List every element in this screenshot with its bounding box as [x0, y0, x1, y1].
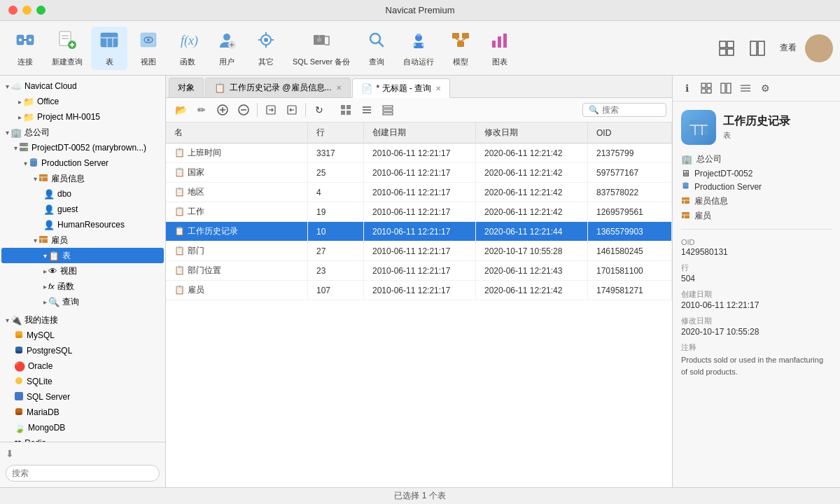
toolbar-sqlserver-backup[interactable]: SQL Server 备份 — [287, 27, 356, 70]
sidebar-item-mysql[interactable]: MySQL — [1, 328, 164, 343]
toolbar-user[interactable]: 用户 — [209, 27, 245, 70]
oracle-icon: 🔴 — [14, 361, 25, 372]
remove-button[interactable] — [234, 101, 253, 119]
sidebar-item-humanresources[interactable]: 👤 HumanResources — [1, 217, 164, 232]
rp-breadcrumb: 🏢 总公司 🖥 ProjectDT-0052 Production Server — [681, 153, 832, 230]
sidebar-item-production-server[interactable]: ▾ Production Server — [1, 155, 164, 171]
sidebar-item-my-connections[interactable]: ▾ 🔌 我的连接 — [1, 312, 164, 328]
toolbar-connect[interactable]: 连接 — [7, 27, 43, 70]
sidebar-item-navicat-cloud[interactable]: ▾ ☁️ Navicat Cloud — [1, 78, 164, 94]
employee-info-label: 雇员信息 — [51, 173, 85, 185]
export-button[interactable] — [283, 101, 301, 119]
sidebar-item-postgresql[interactable]: PostgreSQL — [1, 343, 164, 358]
cell-oid: 1269579561 — [588, 202, 672, 222]
sidebar-item-projectdt0052[interactable]: ▾ ProjectDT-0052 (marybrown...) — [1, 140, 164, 155]
toolbar-view[interactable]: 视图 — [130, 27, 167, 70]
col-rows[interactable]: 行 — [308, 122, 364, 144]
open-folder-button[interactable]: 📂 — [172, 101, 190, 119]
toolbar-autorun[interactable]: 自动运行 — [398, 27, 440, 70]
tab-close-work-history[interactable]: ✕ — [336, 84, 342, 92]
toolbar-function[interactable]: f(x) 函数 — [169, 27, 206, 70]
rp-note-label: 注释 — [681, 342, 832, 353]
query-label: 查询 — [369, 57, 384, 67]
minimize-button[interactable] — [22, 6, 31, 15]
rp-settings-button[interactable]: ⚙ — [757, 80, 774, 97]
table-row[interactable]: 📋上班时间 3317 2010-06-11 12:21:17 2020-06-1… — [166, 144, 672, 163]
add-button[interactable] — [214, 101, 232, 119]
toolbar-query[interactable]: 查询 — [358, 27, 395, 70]
sidebar-item-employee-info[interactable]: ▾ 雇员信息 — [1, 171, 164, 186]
table-row[interactable]: 📋部门 27 2010-06-11 12:21:17 2020-10-17 10… — [166, 241, 672, 261]
humanresources-label: HumanResources — [57, 220, 125, 230]
sidebar-item-mongodb[interactable]: 🍃 MongoDB — [1, 420, 164, 435]
col-modified[interactable]: 修改日期 — [476, 122, 588, 144]
folder-icon: 📁 — [23, 97, 34, 107]
user-avatar — [805, 34, 833, 62]
table-search-input[interactable] — [602, 105, 660, 115]
sidebar-search-input[interactable] — [6, 465, 160, 482]
list-view-button[interactable] — [358, 101, 376, 119]
svg-rect-39 — [462, 33, 469, 38]
sidebar-item-zong-gongsi[interactable]: ▾ 🏢 总公司 — [1, 125, 164, 140]
detail-view-button[interactable] — [379, 101, 397, 119]
rp-grid3-button[interactable] — [737, 80, 754, 97]
sidebar-item-tables[interactable]: ▾ 📋 表 — [1, 248, 164, 263]
row-table-icon: 📋 — [174, 246, 185, 255]
close-button[interactable] — [8, 6, 18, 15]
sidebar-item-employees[interactable]: ▾ 雇员 — [1, 232, 164, 248]
cell-name: 📋部门 — [166, 241, 308, 261]
sidebar-item-sqlite[interactable]: SQLite — [1, 374, 164, 389]
sidebar-item-redis[interactable]: ❤ Redis — [1, 435, 164, 442]
toolbar-model[interactable]: 模型 — [442, 27, 479, 70]
toolbar-other[interactable]: 其它 — [248, 27, 284, 70]
sidebar-item-oracle[interactable]: 🔴 Oracle — [1, 358, 164, 374]
toolbar-table[interactable]: 表 — [91, 27, 127, 70]
sidebar-item-mariadb[interactable]: MariaDB — [1, 405, 164, 420]
edit-button[interactable]: ✏ — [192, 101, 211, 119]
tab-objects[interactable]: 对象 — [169, 78, 204, 97]
tab-untitled-query[interactable]: 📄 * 无标题 - 查询 ✕ — [352, 78, 451, 98]
tab-bar: 对象 📋 工作历史记录 @雇员信息... ✕ 📄 * 无标题 - 查询 ✕ — [166, 76, 672, 98]
chevron-right-icon: ▸ — [18, 98, 22, 106]
sidebar-item-guest[interactable]: 👤 guest — [1, 202, 164, 217]
zong-gongsi-label: 总公司 — [24, 127, 50, 139]
sidebar-item-functions[interactable]: ▸ fx 函数 — [1, 279, 164, 294]
toolbar-view3[interactable]: 查看 — [774, 39, 802, 57]
toolbar-chart[interactable]: 图表 — [482, 27, 518, 70]
tab-work-history[interactable]: 📋 工作历史记录 @雇员信息... ✕ — [205, 78, 351, 97]
sidebar-item-queries[interactable]: ▸ 🔍 查询 — [1, 294, 164, 309]
col-name[interactable]: 名 — [166, 122, 308, 144]
maximize-button[interactable] — [36, 6, 46, 15]
toolbar-view1[interactable] — [713, 37, 741, 59]
sidebar-item-project-mh0015[interactable]: ▸ 📁 Project MH-0015 — [1, 109, 164, 125]
table-row[interactable]: 📋雇员 107 2010-06-11 12:21:17 2020-06-11 1… — [166, 281, 672, 300]
sidebar-item-views[interactable]: ▸ 👁 视图 — [1, 263, 164, 279]
table-row[interactable]: 📋工作 19 2010-06-11 12:21:17 2020-06-11 12… — [166, 202, 672, 222]
rp-grid2-button[interactable] — [718, 80, 734, 97]
table-row[interactable]: 📋国家 25 2010-06-11 12:21:17 2020-06-11 12… — [166, 163, 672, 183]
col-created[interactable]: 创建日期 — [364, 122, 476, 144]
toolbar-new-query[interactable]: 新建查询 — [46, 27, 88, 70]
table-row[interactable]: 📋部门位置 23 2010-06-11 12:21:17 2020-06-11 … — [166, 261, 672, 281]
action-divider-1 — [257, 103, 258, 117]
grid-view-button[interactable] — [337, 101, 355, 119]
svg-rect-11 — [101, 33, 118, 47]
sidebar-item-sqlserver[interactable]: SQL Server — [1, 389, 164, 405]
toolbar-view2[interactable] — [743, 37, 771, 59]
sidebar-item-dbo[interactable]: 👤 dbo — [1, 186, 164, 202]
tab-close-untitled[interactable]: ✕ — [435, 85, 441, 92]
table-row[interactable]: 📋工作历史记录 10 2010-06-11 12:21:17 2020-06-1… — [166, 222, 672, 241]
rp-grid1-button[interactable] — [698, 80, 715, 97]
svg-rect-101 — [721, 83, 725, 93]
queries-label: 查询 — [62, 296, 79, 308]
refresh-button[interactable]: ↻ — [310, 101, 328, 119]
sidebar-item-office[interactable]: ▸ 📁 Office — [1, 94, 164, 109]
table-row[interactable]: 📋地区 4 2010-06-11 12:21:17 2020-06-11 12:… — [166, 183, 672, 202]
col-oid[interactable]: OID — [588, 122, 672, 144]
import-button[interactable] — [262, 101, 280, 119]
rp-title-group: 工作历史记录 表 — [723, 114, 790, 141]
svg-rect-61 — [39, 174, 48, 181]
rp-info-button[interactable]: ℹ — [678, 80, 695, 97]
new-query-icon — [57, 29, 78, 54]
navicat-cloud-label: Navicat Cloud — [24, 81, 77, 91]
